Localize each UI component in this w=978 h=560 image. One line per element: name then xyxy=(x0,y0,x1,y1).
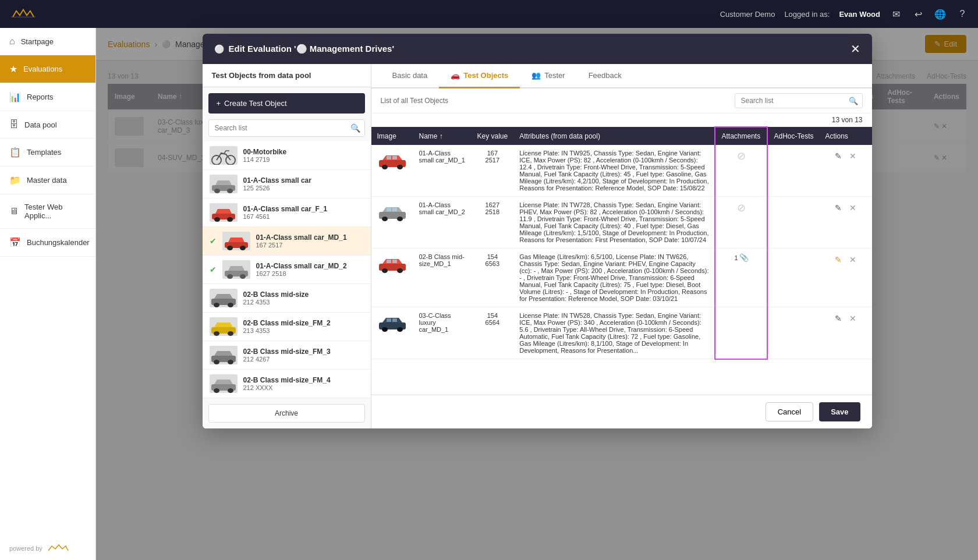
table-area: List of all Test Objects 🔍 13 von 13 xyxy=(371,88,872,395)
modal-overlay: ⚪ Edit Evaluation '⚪ Management Drives' … xyxy=(96,28,978,560)
row2-delete-button[interactable]: ✕ xyxy=(846,201,859,214)
left-panel-title: Test Objects from data pool xyxy=(203,64,371,87)
row1-adhoc xyxy=(767,145,819,197)
table-search-input[interactable] xyxy=(735,93,863,108)
svg-point-10 xyxy=(227,246,233,250)
vehicle-item-aclass[interactable]: 01-A-Class small car 125 2526 xyxy=(203,170,371,199)
table-header-row: List of all Test Objects 🔍 xyxy=(371,88,872,114)
vehicle-item-aclass-md1[interactable]: ✔ 01-A-Cl xyxy=(203,227,371,256)
table-row-2: 01-A-Class small car_MD_2 1627 2518 Lice… xyxy=(371,197,872,249)
left-search-box: 🔍 xyxy=(208,119,365,137)
svg-point-4 xyxy=(214,189,220,193)
svg-point-8 xyxy=(227,217,233,222)
user-name: Evan Wood xyxy=(839,10,880,19)
startpage-icon: ⌂ xyxy=(9,36,15,47)
svg-point-36 xyxy=(397,217,403,221)
vehicle-info-motorbike: 00-Motorbike 114 2719 xyxy=(243,148,364,163)
tab-tester[interactable]: 👥 Tester xyxy=(520,64,576,88)
row4-delete-button[interactable]: ✕ xyxy=(846,312,859,325)
row1-delete-button[interactable]: ✕ xyxy=(846,150,859,162)
row2-edit-button[interactable]: ✎ xyxy=(832,201,845,214)
logo xyxy=(9,6,44,22)
vehicle-item-aclass-md2[interactable]: ✔ 01-A-Cl xyxy=(203,256,371,284)
tab-test-objects[interactable]: 🚗 Test Objects xyxy=(439,64,520,88)
svg-point-40 xyxy=(382,268,388,273)
row4-key1: 154 xyxy=(487,312,498,319)
vehicle-name-aclass-md2: 01-A-Class small car_MD_2 xyxy=(256,262,364,270)
row3-name: 02-B Class mid-size_MD_1 xyxy=(413,249,472,307)
vehicle-item-aclass-f1[interactable]: 01-A-Class small car_F_1 167 4561 xyxy=(203,199,371,227)
svg-point-22 xyxy=(214,360,219,364)
sidebar-item-masterdata[interactable]: 📁 Master data xyxy=(0,166,95,194)
vehicle-item-bclass-fm3[interactable]: 02-B Class mid-size_FM_3 212 4267 xyxy=(203,341,371,370)
help-icon[interactable]: ? xyxy=(956,8,969,20)
topbar-right: Customer Demo Logged in as: Evan Wood ✉ … xyxy=(720,8,969,20)
vehicle-info-bclass: 02-B Class mid-size 212 4353 xyxy=(243,290,364,306)
vehicle-item-bclass[interactable]: 02-B Class mid-size 212 4353 xyxy=(203,284,371,313)
left-search-input[interactable] xyxy=(208,119,365,137)
svg-point-45 xyxy=(382,327,388,332)
vehicle-info-aclass: 01-A-Class small car 125 2526 xyxy=(243,176,364,192)
table-scroll[interactable]: Image Name ↑ Key value Attributes (from … xyxy=(371,126,872,395)
vehicle-id-motorbike: 114 2719 xyxy=(243,156,364,163)
vehicle-name-aclass-md1: 01-A-Class small car_MD_1 xyxy=(256,233,364,242)
tab-tester-label: Tester xyxy=(544,71,565,80)
svg-point-26 xyxy=(228,388,233,393)
row1-edit-button[interactable]: ✎ xyxy=(832,150,845,162)
vehicle-info-bclass-fm4: 02-B Class mid-size_FM_4 212 XXXX xyxy=(243,376,364,391)
row4-edit-button[interactable]: ✎ xyxy=(832,312,845,325)
templates-icon: 📋 xyxy=(9,147,21,158)
car-thumb-2 xyxy=(377,201,408,221)
sidebar-item-datapool[interactable]: 🗄 Data pool xyxy=(0,111,95,139)
tab-feedback[interactable]: Feedback xyxy=(577,64,633,88)
vehicle-item-bclass-fm2[interactable]: 02-B Class mid-size_FM_2 213 4353 xyxy=(203,313,371,341)
logout-icon[interactable]: ↩ xyxy=(912,8,924,20)
vehicle-id-bclass-fm4: 212 XXXX xyxy=(243,384,364,391)
vehicle-info-aclass-md1: 01-A-Class small car_MD_1 167 2517 xyxy=(256,233,364,249)
archive-button[interactable]: Archive xyxy=(208,404,365,423)
powered-by-text: powered by xyxy=(9,545,42,552)
svg-point-17 xyxy=(228,303,233,307)
svg-point-5 xyxy=(227,189,233,193)
sidebar-label-templates: Templates xyxy=(27,148,61,157)
save-button[interactable]: Save xyxy=(819,402,860,421)
mail-icon[interactable]: ✉ xyxy=(890,8,902,20)
table-row-3: 02-B Class mid-size_MD_1 154 6563 Gas Mi… xyxy=(371,249,872,307)
table-search-icon: 🔍 xyxy=(849,97,858,105)
svg-rect-44 xyxy=(392,318,397,322)
col-name[interactable]: Name ↑ xyxy=(413,127,472,145)
row2-adhoc xyxy=(767,197,819,249)
modal-close-button[interactable]: ✕ xyxy=(851,42,860,56)
sidebar-item-startpage[interactable]: ⌂ Startpage xyxy=(0,28,95,55)
vehicle-info-bclass-fm3: 02-B Class mid-size_FM_3 212 4267 xyxy=(243,348,364,363)
modal-circle-icon: ⚪ xyxy=(214,44,224,54)
cancel-button[interactable]: Cancel xyxy=(766,402,813,421)
modal: ⚪ Edit Evaluation '⚪ Management Drives' … xyxy=(203,34,872,428)
list-label: List of all Test Objects xyxy=(381,97,449,105)
globe-icon[interactable]: 🌐 xyxy=(934,8,947,20)
sidebar-item-tester[interactable]: 🖥 Tester Web Applic... xyxy=(0,194,95,229)
tab-basic-label: Basic data xyxy=(392,71,428,80)
vehicle-item-bclass-fm4[interactable]: 02-B Class mid-size_FM_4 212 XXXX xyxy=(203,370,371,398)
row2-key2: 2518 xyxy=(486,208,499,215)
create-test-object-button[interactable]: + Create Test Object xyxy=(208,93,365,114)
row2-key: 1627 2518 xyxy=(472,197,514,249)
sidebar-item-buchung[interactable]: 📅 Buchungskalender xyxy=(0,229,95,257)
sidebar-item-templates[interactable]: 📋 Templates xyxy=(0,139,95,166)
test-objects-icon: 🚗 xyxy=(451,71,460,80)
sidebar-item-reports[interactable]: 📊 Reports xyxy=(0,83,95,111)
vehicle-item-motorbike[interactable]: 00-Motorbike 114 2719 xyxy=(203,141,371,170)
vehicle-id-bclass-fm3: 212 4267 xyxy=(243,356,364,363)
vehicle-img-bclass-fm3 xyxy=(210,346,238,364)
row3-actions: ✎ ✕ xyxy=(820,249,872,307)
tab-basic-data[interactable]: Basic data xyxy=(381,64,440,88)
row1-no-attach-icon: ⊘ xyxy=(737,150,746,162)
row3-delete-button[interactable]: ✕ xyxy=(846,253,859,266)
powered-by: powered by xyxy=(0,537,95,560)
col-keyvalue: Key value xyxy=(472,127,514,145)
row3-attach-count: 1 📎 xyxy=(721,253,761,262)
sidebar-item-evaluations[interactable]: ★ Evaluations xyxy=(0,55,95,83)
sidebar-label-reports: Reports xyxy=(27,93,54,101)
left-panel: Test Objects from data pool + Create Tes… xyxy=(203,64,371,428)
row3-edit-button[interactable]: ✎ xyxy=(832,253,845,266)
